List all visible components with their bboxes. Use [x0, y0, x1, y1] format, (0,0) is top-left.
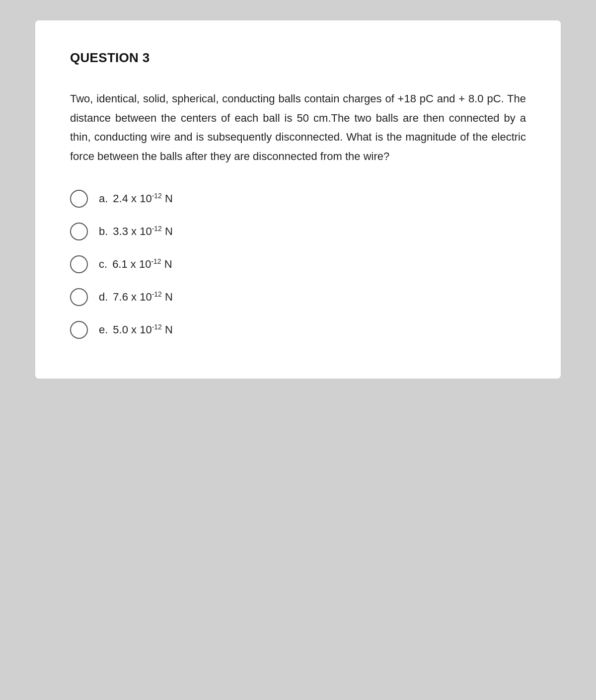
option-letter: d. — [99, 291, 108, 304]
exponent: -12 — [152, 290, 162, 298]
option-value: 7.6 x 10-12 N — [113, 291, 173, 304]
option-label-4: e. 5.0 x 10-12 N — [99, 323, 173, 336]
question-text: Two, identical, solid, spherical, conduc… — [70, 89, 526, 166]
option-label-0: a. 2.4 x 10-12 N — [99, 192, 173, 205]
option-label-2: c. 6.1 x 10-12 N — [99, 258, 172, 271]
option-value: 2.4 x 10-12 N — [113, 192, 173, 205]
list-item: e. 5.0 x 10-12 N — [70, 321, 526, 339]
question-card: QUESTION 3 Two, identical, solid, spheri… — [35, 20, 561, 379]
option-label-1: b. 3.3 x 10-12 N — [99, 225, 173, 238]
option-value: 3.3 x 10-12 N — [113, 225, 173, 238]
radio-option-b[interactable] — [70, 223, 88, 240]
exponent: -12 — [151, 257, 161, 265]
exponent: -12 — [152, 192, 162, 200]
option-value: 6.1 x 10-12 N — [112, 258, 172, 271]
list-item: b. 3.3 x 10-12 N — [70, 223, 526, 240]
radio-option-d[interactable] — [70, 288, 88, 306]
exponent: -12 — [152, 225, 162, 233]
exponent: -12 — [152, 323, 162, 331]
option-letter: e. — [99, 323, 108, 336]
option-letter: c. — [99, 258, 107, 271]
radio-option-e[interactable] — [70, 321, 88, 339]
radio-option-c[interactable] — [70, 255, 88, 273]
list-item: a. 2.4 x 10-12 N — [70, 190, 526, 208]
options-list: a. 2.4 x 10-12 Nb. 3.3 x 10-12 Nc. 6.1 x… — [70, 190, 526, 339]
option-label-3: d. 7.6 x 10-12 N — [99, 291, 173, 304]
list-item: c. 6.1 x 10-12 N — [70, 255, 526, 273]
question-title: QUESTION 3 — [70, 50, 526, 66]
option-letter: b. — [99, 225, 108, 238]
list-item: d. 7.6 x 10-12 N — [70, 288, 526, 306]
option-value: 5.0 x 10-12 N — [113, 323, 173, 336]
option-letter: a. — [99, 192, 108, 205]
radio-option-a[interactable] — [70, 190, 88, 208]
